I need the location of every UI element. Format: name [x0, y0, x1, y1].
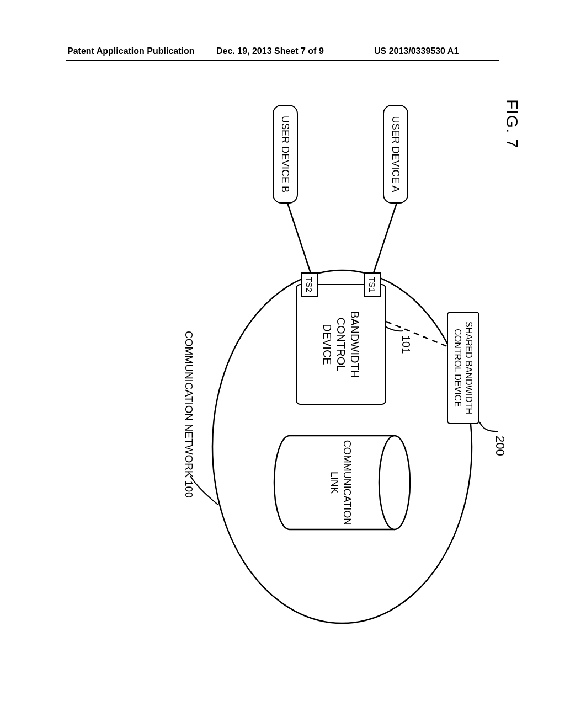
- port-ts1: TS1: [364, 272, 381, 297]
- shared-bandwidth-control-device: SHARED BANDWIDTH CONTROL DEVICE: [447, 312, 479, 424]
- header-divider: [66, 60, 499, 61]
- bandwidth-control-device: BANDWIDTH CONTROL DEVICE: [296, 284, 386, 405]
- line-user-a-ts1: [374, 201, 397, 273]
- header-right-text: US 2013/0339530 A1: [374, 46, 459, 56]
- line-dashed-to-shared: [386, 322, 450, 347]
- ref-num-200: 200: [493, 436, 507, 456]
- header-left-text: Patent Application Publication: [67, 46, 195, 56]
- leader-200: [479, 422, 498, 431]
- page: Patent Application Publication Dec. 19, …: [0, 0, 565, 728]
- figure-7: FIG. 7 USER DEVICE A: [0, 94, 521, 568]
- user-device-b: USER DEVICE B: [273, 105, 298, 204]
- port-ts2: TS2: [301, 272, 318, 297]
- ref-num-101: 101: [399, 335, 412, 354]
- communication-network-label: COMMUNICATION NETWORK 100: [183, 331, 195, 498]
- line-user-b-ts2: [287, 201, 311, 273]
- communication-link-label: COMMUNICATION LINK: [328, 436, 353, 529]
- figure-label: FIG. 7: [503, 99, 521, 148]
- svg-point-0: [379, 436, 410, 529]
- page-header: Patent Application Publication Dec. 19, …: [0, 46, 565, 63]
- header-center-text: Dec. 19, 2013 Sheet 7 of 9: [216, 46, 324, 56]
- user-device-a: USER DEVICE A: [383, 105, 408, 204]
